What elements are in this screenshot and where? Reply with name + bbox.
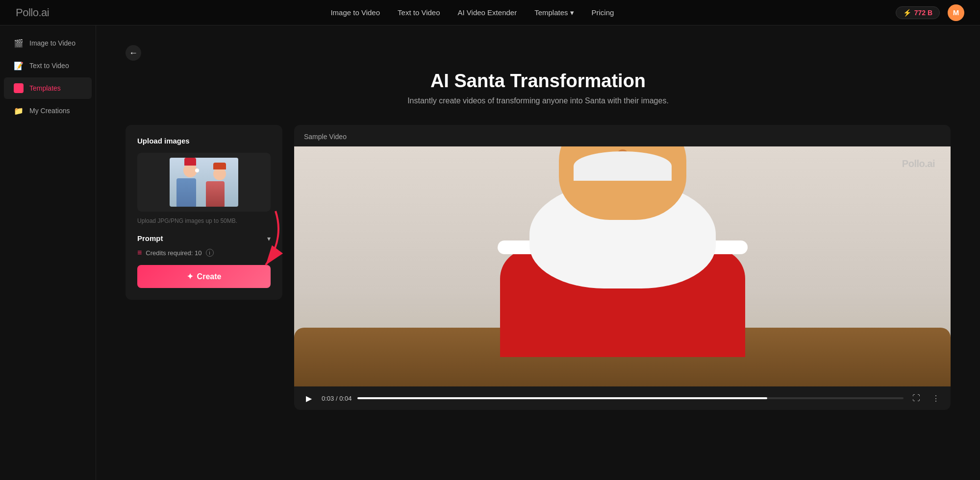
prompt-chevron-icon: ▾ bbox=[267, 235, 271, 242]
create-section: ✦ Create bbox=[137, 265, 271, 288]
watermark-dot: .ai bbox=[925, 158, 935, 169]
stack-icon: ≡ bbox=[137, 248, 142, 257]
fullscreen-button[interactable]: ⛶ bbox=[909, 391, 923, 405]
topnav-image-to-video[interactable]: Image to Video bbox=[330, 8, 380, 17]
app-layout: 🎬 Image to Video 📝 Text to Video ▶ Templ… bbox=[0, 25, 980, 480]
topnav-text-to-video[interactable]: Text to Video bbox=[398, 8, 440, 17]
sidebar-item-label: Image to Video bbox=[29, 39, 75, 47]
sidebar-item-templates[interactable]: ▶ Templates bbox=[4, 77, 92, 99]
sidebar-item-label: Templates bbox=[29, 84, 61, 92]
page-header: AI Santa Transformation Instantly create… bbox=[126, 71, 951, 105]
text-to-video-icon: 📝 bbox=[14, 61, 24, 71]
logo-text: Pollo bbox=[16, 6, 38, 19]
play-icon: ▶ bbox=[306, 394, 312, 403]
panels: Upload images bbox=[126, 125, 951, 410]
right-panel: Sample Video bbox=[294, 125, 951, 410]
back-icon: ← bbox=[129, 48, 138, 58]
topnav-templates-label: Templates bbox=[534, 8, 568, 17]
progress-fill bbox=[357, 397, 767, 399]
sparkle-icon: ✦ bbox=[187, 272, 193, 281]
sidebar: 🎬 Image to Video 📝 Text to Video ▶ Templ… bbox=[0, 25, 96, 480]
more-options-icon: ⋮ bbox=[932, 394, 940, 403]
main-content: ← AI Santa Transformation Instantly crea… bbox=[96, 25, 980, 480]
sidebar-item-image-to-video[interactable]: 🎬 Image to Video bbox=[4, 32, 92, 54]
topnav-templates[interactable]: Templates ▾ bbox=[534, 8, 574, 17]
upload-hint: Upload JPG/PNG images up to 50MB. bbox=[137, 217, 271, 224]
templates-icon-inner: ▶ bbox=[14, 83, 24, 93]
avatar-initial: M bbox=[953, 8, 959, 17]
sidebar-item-label: My Creations bbox=[29, 107, 70, 115]
avatar[interactable]: M bbox=[948, 4, 964, 21]
topnav-ai-video-extender[interactable]: AI Video Extender bbox=[458, 8, 517, 17]
chevron-down-icon: ▾ bbox=[570, 8, 574, 17]
image-to-video-icon: 🎬 bbox=[14, 38, 24, 48]
topnav: Pollo.ai Image to Video Text to Video AI… bbox=[0, 0, 980, 25]
page-title: AI Santa Transformation bbox=[126, 71, 951, 92]
sidebar-item-text-to-video[interactable]: 📝 Text to Video bbox=[4, 55, 92, 76]
credits-badge[interactable]: ⚡ 772 B bbox=[896, 6, 940, 19]
upload-section-title: Upload images bbox=[137, 137, 271, 145]
video-controls: ▶ 0:03 / 0:04 ⛶ ⋮ bbox=[294, 386, 951, 410]
templates-icon: ▶ bbox=[14, 83, 24, 93]
thumbnail-preview bbox=[137, 153, 271, 212]
topnav-pricing[interactable]: Pricing bbox=[592, 8, 614, 17]
prompt-header[interactable]: Prompt ▾ bbox=[137, 234, 271, 242]
prompt-label: Prompt bbox=[137, 234, 163, 242]
time-display: 0:03 / 0:04 bbox=[322, 395, 352, 402]
credits-required-label: Credits required: 10 bbox=[146, 249, 201, 257]
left-panel: Upload images bbox=[126, 125, 282, 300]
info-icon[interactable]: i bbox=[206, 249, 214, 257]
progress-bar[interactable] bbox=[357, 397, 904, 399]
create-button-label: Create bbox=[197, 272, 222, 281]
more-options-button[interactable]: ⋮ bbox=[929, 391, 943, 405]
topnav-links: Image to Video Text to Video AI Video Ex… bbox=[330, 8, 614, 17]
watermark-text: Pollo bbox=[902, 158, 925, 169]
video-wrapper: Pollo.ai ▶ 0:03 / 0:04 bbox=[294, 146, 951, 410]
back-button[interactable]: ← bbox=[126, 45, 141, 61]
sample-video-label: Sample Video bbox=[294, 125, 951, 146]
my-creations-icon: 📁 bbox=[14, 106, 24, 116]
fullscreen-icon: ⛶ bbox=[912, 394, 920, 403]
credits-value: 772 B bbox=[914, 9, 932, 17]
bolt-icon: ⚡ bbox=[903, 9, 911, 17]
video-watermark: Pollo.ai bbox=[902, 158, 935, 169]
upload-box[interactable] bbox=[137, 153, 271, 212]
sidebar-item-my-creations[interactable]: 📁 My Creations bbox=[4, 100, 92, 121]
create-button[interactable]: ✦ Create bbox=[137, 265, 271, 288]
logo-dot: .ai bbox=[38, 6, 49, 19]
logo[interactable]: Pollo.ai bbox=[16, 6, 49, 19]
topnav-right: ⚡ 772 B M bbox=[896, 4, 964, 21]
credits-row: ≡ Credits required: 10 i bbox=[137, 248, 271, 257]
sidebar-item-label: Text to Video bbox=[29, 62, 69, 70]
video-frame: Pollo.ai bbox=[294, 146, 951, 386]
play-button[interactable]: ▶ bbox=[302, 391, 316, 405]
page-subtitle: Instantly create videos of transforming … bbox=[126, 96, 951, 105]
santa-simulation: Pollo.ai bbox=[294, 146, 951, 386]
